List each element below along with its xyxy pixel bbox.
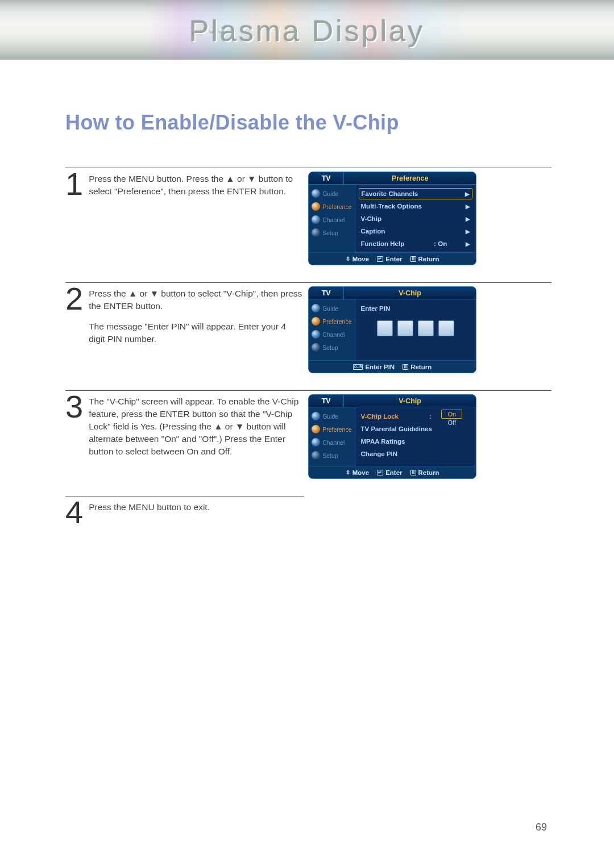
osd-sidebar: Guide Preference Channel Setup (309, 407, 355, 466)
banner-title: Plasma Display (189, 14, 425, 48)
channel-icon (312, 438, 320, 446)
osd-tv-label: TV (309, 172, 344, 184)
guide-icon (312, 304, 320, 312)
step-text: Press the MENU button to exit. (89, 500, 302, 521)
setup-icon (312, 343, 320, 352)
pin-digit[interactable] (377, 320, 393, 336)
preference-icon (312, 202, 320, 211)
channel-icon (312, 215, 320, 224)
step: 2 Press the ▲ or ▼ button to select "V-C… (65, 282, 551, 373)
step-number: 2 (65, 285, 83, 313)
page-title: How to Enable/Disable the V-Chip (65, 111, 551, 135)
osd-sidebar: Guide Preference Channel Setup (309, 299, 355, 360)
step-number: 4 (65, 498, 83, 527)
step: 3 The "V-Chip" screen will appear. To en… (65, 390, 551, 479)
screenshot: TV V-Chip Guide Preference Channel Setup (308, 394, 476, 479)
osd-tv-label: TV (309, 395, 344, 407)
osd-footer: 0..9Enter PIN ⅢReturn (309, 360, 476, 373)
enter-pin-label: Enter PIN (359, 302, 473, 315)
step-paragraph: The message "Enter PIN" will appear. Ent… (89, 320, 302, 345)
chevron-right-icon: ▶ (463, 216, 470, 222)
pin-digit[interactable] (397, 320, 413, 336)
osd-title: V-Chip (344, 287, 476, 299)
enter-icon: ↵ (377, 470, 383, 475)
osd-tv-label: TV (309, 287, 344, 299)
page-body: How to Enable/Disable the V-Chip 1 Press… (0, 60, 614, 527)
side-label: Guide (322, 190, 338, 197)
pin-digit[interactable] (438, 320, 454, 336)
step-paragraph: Press the ▲ or ▼ button to select "V-Chi… (89, 287, 302, 312)
guide-icon (312, 412, 320, 420)
step: 1 Press the MENU button. Press the ▲ or … (65, 168, 551, 265)
osd-main: Enter PIN (355, 299, 476, 360)
side-label: Setup (322, 229, 338, 236)
return-icon: Ⅲ (410, 256, 416, 262)
guide-icon (312, 189, 320, 198)
steps-list: 1 Press the MENU button. Press the ▲ or … (65, 168, 551, 527)
screenshot: TV V-Chip Guide Preference Channel Setup… (308, 286, 476, 373)
step-text: Press the MENU button. Press the ▲ or ▼ … (89, 172, 302, 206)
step-paragraph: The "V-Chip" screen will appear. To enab… (89, 395, 302, 458)
page-banner: Plasma Display (0, 0, 614, 60)
chevron-right-icon: ▶ (463, 191, 470, 197)
chevron-right-icon: ▶ (463, 241, 470, 247)
page-number: 69 (536, 821, 547, 833)
step-number: 3 (65, 393, 83, 421)
updown-icon: ⇳ (346, 469, 350, 475)
menu-row[interactable]: Multi-Track Options▶ (359, 200, 473, 212)
menu-row[interactable]: Favorite Channels▶ (359, 188, 473, 199)
osd-title: Preference (344, 172, 476, 184)
osd-main: V-Chip Lock : On Off TV Parental Guideli… (355, 407, 476, 466)
return-icon: Ⅲ (403, 364, 408, 370)
updown-icon: ⇳ (346, 256, 350, 262)
menu-row[interactable]: TV Parental Guidelines (359, 423, 473, 435)
channel-icon (312, 330, 320, 339)
step: 4 Press the MENU button to exit. (65, 496, 304, 527)
step-text: The "V-Chip" screen will appear. To enab… (89, 394, 302, 466)
osd-screen-enterpin: TV V-Chip Guide Preference Channel Setup… (308, 286, 476, 373)
chevron-right-icon: ▶ (463, 228, 470, 235)
numbers-icon: 0..9 (353, 364, 363, 370)
setup-icon (312, 228, 320, 237)
pin-entry[interactable] (359, 320, 473, 336)
enter-icon: ↵ (377, 256, 383, 262)
osd-title: V-Chip (344, 395, 476, 407)
step-paragraph: Press the MENU button. Press the ▲ or ▼ … (89, 173, 302, 198)
return-icon: Ⅲ (410, 470, 416, 475)
menu-row[interactable]: Function Help: On▶ (359, 237, 473, 250)
option-on[interactable]: On (441, 410, 462, 419)
osd-sidebar: Guide Preference Channel Setup (309, 185, 355, 252)
osd-screen-vchip: TV V-Chip Guide Preference Channel Setup (308, 394, 476, 479)
osd-screen-preference: TV Preference Guide Preference Channel S… (308, 172, 476, 265)
side-label: Preference (322, 203, 351, 210)
setup-icon (312, 451, 320, 460)
menu-row[interactable]: Change PIN (359, 448, 473, 460)
step-paragraph: Press the MENU button to exit. (89, 501, 302, 514)
chevron-right-icon: ▶ (463, 203, 470, 210)
menu-row[interactable]: V-Chip▶ (359, 212, 473, 225)
step-number: 1 (65, 170, 83, 198)
screenshot: TV Preference Guide Preference Channel S… (308, 172, 476, 265)
preference-icon (312, 317, 320, 326)
pin-digit[interactable] (418, 320, 434, 336)
step-text: Press the ▲ or ▼ button to select "V-Chi… (89, 286, 302, 353)
osd-main: Favorite Channels▶ Multi-Track Options▶ … (355, 185, 476, 252)
osd-footer: ⇳Move ↵Enter ⅢReturn (309, 252, 476, 265)
menu-row[interactable]: Caption▶ (359, 225, 473, 237)
side-label: Channel (322, 216, 345, 223)
preference-icon (312, 425, 320, 433)
menu-row[interactable]: MPAA Ratings (359, 435, 473, 448)
osd-footer: ⇳Move ↵Enter ⅢReturn (309, 466, 476, 478)
